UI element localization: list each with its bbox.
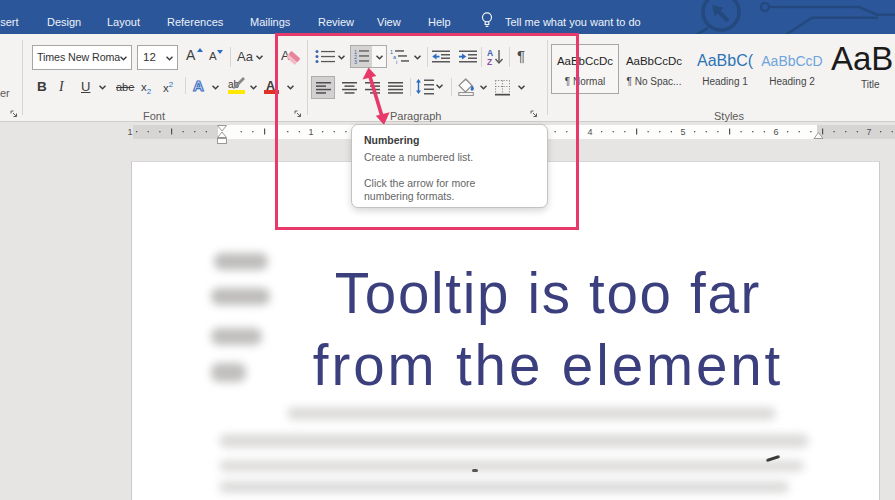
svg-text:4: 4 — [587, 127, 592, 137]
svg-text:1: 1 — [127, 127, 132, 137]
svg-text:5: 5 — [680, 127, 685, 137]
svg-text:7: 7 — [866, 127, 871, 137]
svg-text:6: 6 — [773, 127, 778, 137]
